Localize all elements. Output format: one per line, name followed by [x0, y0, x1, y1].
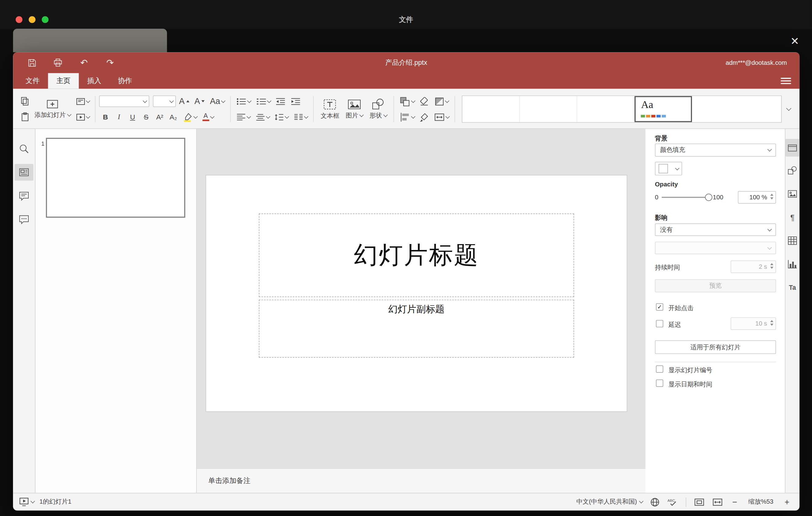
increase-font-button[interactable]: A	[177, 94, 191, 108]
show-date-time-checkbox[interactable]	[656, 380, 663, 387]
theme-cell[interactable]	[520, 96, 577, 122]
delay-input[interactable]: 10 s	[730, 317, 776, 330]
slide-canvas-area[interactable]: 幻灯片标题 幻灯片副标题	[197, 129, 646, 468]
change-case-button[interactable]: Aa	[208, 94, 227, 108]
title-placeholder[interactable]: 幻灯片标题	[259, 213, 574, 297]
language-selector[interactable]: 中文(中华人民共和国)	[576, 497, 642, 507]
insert-shape-button[interactable]: 形状	[366, 94, 390, 124]
vertical-align-button[interactable]	[254, 110, 271, 124]
spinner-icon[interactable]	[770, 194, 774, 200]
paragraph-settings-button[interactable]: ¶	[785, 207, 800, 227]
spinner-icon[interactable]	[770, 263, 774, 269]
chat-button[interactable]	[14, 209, 33, 229]
effect-type-select[interactable]	[655, 242, 776, 254]
document-language-button[interactable]	[650, 497, 660, 507]
bullets-button[interactable]	[234, 94, 253, 108]
font-size-combo[interactable]	[153, 96, 176, 107]
decrease-indent-button[interactable]	[274, 94, 288, 108]
comments-button[interactable]	[14, 186, 33, 205]
slide-thumbnail[interactable]	[46, 138, 185, 218]
textart-settings-button[interactable]: Ta	[785, 278, 800, 297]
theme-cell[interactable]	[578, 96, 635, 122]
superscript-button[interactable]: A²	[153, 111, 166, 123]
delay-checkbox[interactable]	[656, 320, 663, 327]
textart-icon: Ta	[789, 284, 796, 291]
shape-settings-button[interactable]	[785, 160, 800, 180]
tab-file[interactable]: 文件	[17, 73, 48, 89]
copy-button[interactable]	[18, 94, 31, 108]
subtitle-placeholder[interactable]: 幻灯片副标题	[259, 300, 574, 358]
slide-size-button[interactable]	[432, 110, 451, 124]
divider	[314, 96, 314, 122]
insert-textbox-button[interactable]: 文本框	[317, 94, 343, 124]
strikethrough-button[interactable]: S	[140, 111, 152, 123]
chevron-down-icon	[221, 98, 225, 103]
theme-cell[interactable]	[692, 96, 781, 122]
zoom-out-button[interactable]: −	[730, 497, 739, 507]
opacity-slider-track[interactable]	[662, 197, 708, 198]
slide-canvas[interactable]: 幻灯片标题 幻灯片副标题	[205, 175, 627, 412]
font-name-combo[interactable]	[99, 96, 149, 107]
decrease-font-button[interactable]: A	[193, 94, 207, 108]
align-shapes-button[interactable]	[398, 110, 417, 124]
tab-collaboration[interactable]: 协作	[110, 73, 140, 89]
paste-button[interactable]	[18, 110, 31, 124]
highlight-color-button[interactable]	[180, 110, 199, 124]
close-icon[interactable]: ✕	[787, 33, 803, 49]
search-button[interactable]	[14, 139, 33, 159]
slide-layout-button[interactable]	[74, 94, 91, 108]
background-fill-select[interactable]: 颜色填充	[655, 144, 776, 156]
theme-cell[interactable]	[462, 96, 520, 122]
vertical-align-icon	[256, 113, 265, 121]
start-slideshow-status-button[interactable]	[20, 497, 34, 507]
show-slide-number-checkbox[interactable]	[656, 365, 663, 373]
numbering-button[interactable]	[254, 94, 273, 108]
start-slideshow-button[interactable]	[74, 110, 91, 124]
fill-color-picker[interactable]	[655, 162, 682, 175]
opacity-slider-knob[interactable]	[705, 194, 712, 201]
chevron-down-icon	[304, 114, 308, 118]
bold-button[interactable]: B	[99, 111, 112, 123]
line-spacing-button[interactable]	[273, 110, 291, 124]
table-settings-button[interactable]	[785, 231, 800, 251]
slides-panel-button[interactable]	[14, 164, 33, 180]
menu-icon[interactable]	[781, 77, 791, 85]
increase-indent-button[interactable]	[289, 94, 303, 108]
underline-button[interactable]: U	[126, 111, 139, 123]
italic-button[interactable]: I	[113, 111, 125, 123]
effect-select[interactable]: 没有	[655, 224, 776, 236]
font-color-button[interactable]: A	[200, 110, 216, 124]
notes-area[interactable]: 单击添加备注	[197, 468, 646, 493]
tab-insert[interactable]: 插入	[79, 73, 110, 89]
style-group	[417, 94, 451, 124]
chart-settings-button[interactable]	[785, 254, 800, 274]
apply-to-all-slides-button[interactable]: 适用于所有幻灯片	[655, 340, 776, 354]
preview-button[interactable]: 预览	[655, 279, 776, 292]
spellcheck-button[interactable]: ABC	[667, 497, 678, 507]
spinner-icon[interactable]	[770, 320, 774, 326]
duration-input[interactable]: 2 s	[730, 260, 776, 273]
color-scheme-button[interactable]	[433, 94, 451, 108]
theme-gallery-expand-button[interactable]	[782, 96, 795, 123]
insert-image-button[interactable]: 图片	[343, 94, 366, 124]
columns-button[interactable]	[292, 110, 310, 124]
image-settings-button[interactable]	[785, 183, 800, 203]
notes-placeholder: 单击添加备注	[208, 476, 251, 485]
add-slide-button[interactable]: 添加幻灯片	[31, 94, 74, 124]
fit-width-button[interactable]	[712, 498, 723, 506]
subscript-button[interactable]: A₂	[167, 111, 179, 123]
tab-home[interactable]: 主页	[48, 73, 79, 89]
arrange-shapes-button[interactable]	[398, 94, 417, 108]
slide-settings-button[interactable]	[785, 139, 800, 157]
slide-settings-panel: 背景 颜色填充 Opacity 0 100 100 % 影响	[645, 129, 785, 493]
horizontal-align-button[interactable]	[234, 110, 252, 124]
chevron-down-icon	[267, 98, 271, 103]
fit-slide-button[interactable]	[694, 498, 705, 506]
theme-cell-selected[interactable]: Aa	[635, 96, 692, 122]
clear-style-button[interactable]	[417, 94, 431, 108]
theme-color-swatch	[657, 115, 661, 117]
start-on-click-checkbox[interactable]: ✓	[656, 304, 663, 311]
zoom-in-button[interactable]: +	[783, 497, 791, 507]
opacity-input[interactable]: 100 %	[738, 191, 776, 204]
copy-style-button[interactable]	[417, 110, 431, 124]
